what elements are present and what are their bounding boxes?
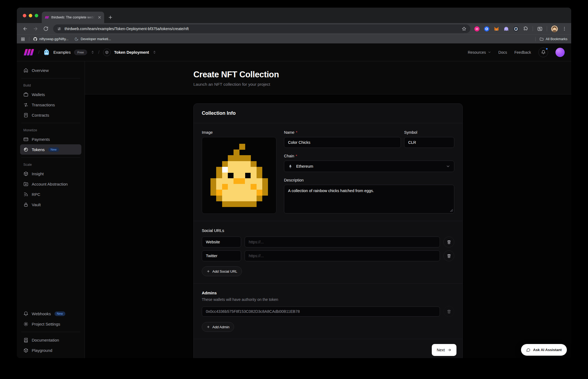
sidebar-item-rpc[interactable]: RPC xyxy=(20,189,81,199)
image-label: Image xyxy=(202,130,276,135)
social-platform-input[interactable] xyxy=(202,237,241,247)
description-label: Description xyxy=(284,178,454,182)
trash-icon xyxy=(447,240,451,244)
back-button[interactable] xyxy=(23,26,28,31)
plan-badge: Free xyxy=(74,50,87,55)
browser-window: thirdweb: The complete web3 development … xyxy=(17,8,571,358)
sidebar-divider xyxy=(21,332,80,332)
delete-social-url-button[interactable] xyxy=(443,237,454,247)
team-name[interactable]: Examples xyxy=(53,50,71,55)
rss-icon xyxy=(23,192,28,197)
add-social-url-button[interactable]: Add Social URL xyxy=(202,266,242,276)
sidebar-item-insight[interactable]: Insight xyxy=(20,168,81,179)
social-platform-input[interactable] xyxy=(202,250,241,261)
sidebar-item-tokens[interactable]: TokensNew xyxy=(20,144,81,155)
tab-title: thirdweb: The complete web3 development … xyxy=(51,15,95,19)
sidebar-item-payments[interactable]: Payments xyxy=(20,134,81,144)
sidebar-divider xyxy=(21,78,80,78)
trash-icon xyxy=(447,309,451,314)
bell-icon xyxy=(541,50,546,55)
notifications-button[interactable] xyxy=(538,47,548,57)
zoom-window-button[interactable] xyxy=(35,14,38,17)
admin-wallet-input[interactable] xyxy=(202,307,440,317)
browser-menu-icon[interactable] xyxy=(562,26,567,31)
social-url-input[interactable] xyxy=(245,250,440,261)
extension-blue-icon[interactable] xyxy=(484,26,490,32)
sidebar-item-account-abstraction[interactable]: Account Abstraction xyxy=(20,179,81,189)
forward-button[interactable] xyxy=(33,26,38,31)
all-bookmarks-button[interactable]: All Bookmarks xyxy=(539,37,567,41)
sidebar-section-build: Build xyxy=(20,81,81,89)
feedback-link[interactable]: Feedback xyxy=(514,50,531,55)
app-header: / Examples Free / Token Deployment Resou… xyxy=(17,43,571,61)
close-window-button[interactable] xyxy=(23,14,26,17)
new-tab-button[interactable] xyxy=(108,15,113,20)
all-bookmarks-label: All Bookmarks xyxy=(546,37,567,41)
team-switcher-icon[interactable] xyxy=(91,50,95,54)
project-switcher-icon[interactable] xyxy=(152,50,156,54)
sidebar-item-webhooks[interactable]: WebhooksNew xyxy=(20,308,81,319)
bookmark-item-developer-marketi[interactable]: Developer marketi... xyxy=(74,37,111,41)
admin-wallet-row xyxy=(202,306,454,317)
add-admin-button[interactable]: Add Admin xyxy=(202,322,234,332)
plus-icon xyxy=(206,269,210,273)
thirdweb-logo[interactable] xyxy=(23,49,35,56)
social-url-input[interactable] xyxy=(245,237,440,247)
ask-ai-assistant-button[interactable]: Ask AI Assistant xyxy=(521,344,567,356)
sidebar-section-scale: Scale xyxy=(20,160,81,168)
symbol-label: Symbol xyxy=(404,130,454,135)
project-name[interactable]: Token Deployment xyxy=(114,50,149,55)
sidebar-section-monetize: Monetize xyxy=(20,126,81,134)
social-url-row-twitter xyxy=(202,250,454,261)
name-label: Name* xyxy=(284,130,401,135)
extensions-puzzle-icon[interactable] xyxy=(523,26,529,32)
symbol-input[interactable] xyxy=(404,137,454,148)
sidebar-divider xyxy=(21,157,80,158)
sidebar-item-playground[interactable]: Playground xyxy=(20,345,81,355)
sidebar-item-documentation[interactable]: Documentation xyxy=(20,335,81,345)
sidebar-item-project-settings[interactable]: Project Settings xyxy=(20,319,81,329)
chain-select[interactable]: Ethereum xyxy=(284,161,454,172)
sidebar-item-contracts[interactable]: Contracts xyxy=(20,110,81,120)
thirdweb-app: / Examples Free / Token Deployment Resou… xyxy=(17,43,571,358)
extension-pink-icon[interactable] xyxy=(474,26,480,32)
tab-close-icon[interactable] xyxy=(97,15,102,20)
browser-profile-avatar[interactable] xyxy=(551,26,558,32)
clock-extension-icon[interactable] xyxy=(513,26,519,32)
name-input[interactable] xyxy=(284,137,401,148)
bookmark-star-icon[interactable] xyxy=(462,26,466,31)
resources-menu[interactable]: Resources xyxy=(468,50,491,55)
sidebar-item-overview[interactable]: Overview xyxy=(20,65,81,75)
collection-image-upload[interactable] xyxy=(202,137,276,214)
apps-grid-icon[interactable] xyxy=(21,37,25,42)
sidebar-item-vault[interactable]: Vault xyxy=(20,199,81,210)
site-info-icon[interactable] xyxy=(57,27,62,31)
browser-tab[interactable]: thirdweb: The complete web3 development … xyxy=(42,12,104,23)
sidebar-item-wallets[interactable]: Wallets xyxy=(20,89,81,100)
github-icon xyxy=(33,37,37,41)
docs-link[interactable]: Docs xyxy=(498,50,507,55)
main-area: Create NFT Collection Launch an NFT coll… xyxy=(85,61,571,358)
reload-button[interactable] xyxy=(43,26,49,31)
user-avatar[interactable] xyxy=(555,48,565,57)
delete-admin-button[interactable] xyxy=(443,306,454,317)
admins-label: Admins xyxy=(202,291,454,295)
chain-label: Chain* xyxy=(284,154,454,158)
description-textarea[interactable]: A collection of rainbow chicks hatched f… xyxy=(284,185,454,214)
bookmarks-bar: niftyswap.gg/Nifty...Developer marketi..… xyxy=(17,34,571,43)
book-icon xyxy=(23,337,28,343)
url-bar[interactable]: thirdweb.com/team/examples/Token-Deploym… xyxy=(53,24,470,33)
minimize-window-button[interactable] xyxy=(29,14,32,17)
card-title: Collection Info xyxy=(202,110,454,116)
delete-social-url-button[interactable] xyxy=(443,250,454,261)
social-url-row-website xyxy=(202,237,454,247)
metamask-extension-icon[interactable] xyxy=(494,26,499,32)
social-urls-label: Social URLs xyxy=(202,228,454,233)
sidebar-item-transactions[interactable]: Transactions xyxy=(20,100,81,110)
project-avatar xyxy=(103,49,111,56)
lock-icon xyxy=(23,202,28,207)
next-button[interactable]: Next xyxy=(432,344,456,356)
tab-search-icon[interactable] xyxy=(537,26,543,32)
bookmark-item-niftyswap-gg-nifty[interactable]: niftyswap.gg/Nifty... xyxy=(33,37,68,41)
phantom-extension-icon[interactable] xyxy=(503,26,509,32)
